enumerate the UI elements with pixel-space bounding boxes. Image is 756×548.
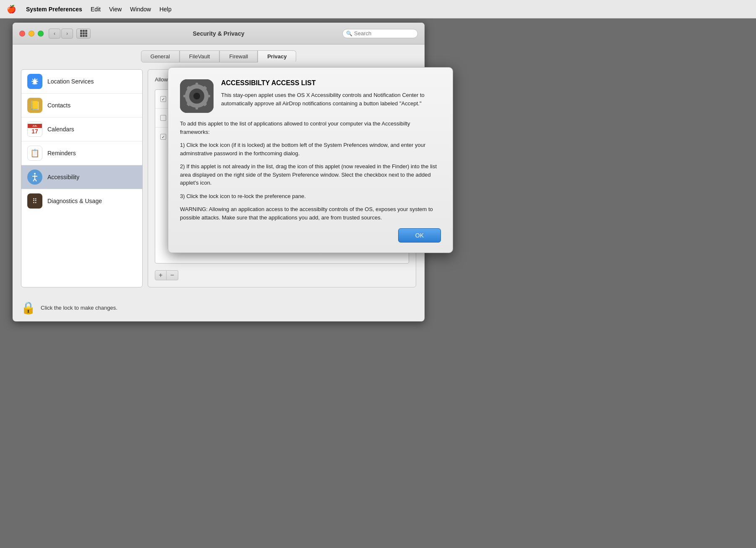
forward-button[interactable]: ›: [61, 29, 73, 39]
reminders-icon: 📋: [27, 146, 42, 161]
list-controls: + −: [155, 270, 409, 280]
dialog-paragraph-2: To add this applet to the list of applic…: [180, 120, 441, 136]
diagnostics-label: Diagnostics & Usage: [47, 198, 102, 204]
autoaccept-checkbox[interactable]: [160, 115, 166, 121]
back-button[interactable]: ‹: [49, 29, 60, 39]
sidebar: Location Services 📒 Contacts JUL 17 Cale…: [21, 69, 143, 287]
zoom-button[interactable]: [38, 31, 44, 37]
svg-rect-23: [183, 95, 188, 97]
menubar: 🍎 System Preferences Edit View Window He…: [0, 0, 756, 18]
reminders-label: Reminders: [47, 150, 76, 157]
lock-bar: 🔒 Click the lock to make changes.: [13, 296, 425, 321]
close-button[interactable]: [19, 31, 25, 37]
remove-app-button[interactable]: −: [167, 270, 178, 280]
location-services-label: Location Services: [47, 78, 94, 85]
ok-button[interactable]: OK: [398, 228, 441, 243]
calendars-label: Calendars: [47, 126, 74, 133]
sidebar-item-reminders[interactable]: 📋 Reminders: [21, 141, 142, 165]
calendars-icon: JUL 17: [27, 122, 42, 137]
dialog-paragraph-1: This stay-open applet uses the OS X Acce…: [221, 91, 441, 107]
accessibility-icon: [27, 170, 42, 185]
menu-edit[interactable]: Edit: [91, 6, 101, 13]
sidebar-item-location-services[interactable]: Location Services: [21, 70, 142, 94]
svg-point-1: [34, 173, 36, 175]
tab-bar: General FileVault Firewall Privacy: [13, 44, 425, 63]
contacts-icon: 📒: [27, 98, 42, 113]
traffic-lights: [19, 31, 44, 37]
accessibility-checkbox[interactable]: ✓: [160, 96, 166, 102]
svg-line-5: [35, 179, 36, 181]
svg-point-20: [193, 93, 200, 99]
sidebar-item-calendars[interactable]: JUL 17 Calendars: [21, 117, 142, 141]
search-box: 🔍 ✕: [342, 29, 418, 38]
apple-menu[interactable]: 🍎: [7, 5, 16, 14]
sidebar-item-contacts[interactable]: 📒 Contacts: [21, 94, 142, 117]
dialog-body-extended: To add this applet to the list of applic…: [180, 120, 441, 222]
menu-help[interactable]: Help: [159, 6, 172, 13]
minimize-button[interactable]: [29, 31, 34, 37]
svg-rect-21: [196, 83, 198, 88]
nav-buttons: ‹ ›: [49, 29, 73, 39]
location-services-icon: [27, 74, 42, 89]
scripteditor-checkbox[interactable]: ✓: [160, 134, 166, 140]
show-all-button[interactable]: [76, 29, 91, 39]
dialog-title: ACCESSIBILTY ACCESS LIST: [221, 79, 441, 87]
contacts-label: Contacts: [47, 102, 70, 109]
menu-view[interactable]: View: [109, 6, 122, 13]
dialog-paragraph-5: 3) Click the lock icon to re-lock the pr…: [180, 192, 441, 201]
lock-icon[interactable]: 🔒: [21, 301, 36, 315]
tab-general[interactable]: General: [141, 50, 180, 63]
search-container: 🔍 ✕: [342, 29, 418, 38]
dialog-footer: OK: [180, 228, 441, 243]
dialog-body: This stay-open applet uses the OS X Acce…: [221, 91, 441, 107]
svg-rect-24: [205, 95, 210, 97]
dialog-paragraph-4: 2) If this applet is not already in the …: [180, 162, 441, 187]
info-dialog: ACCESSIBILTY ACCESS LIST This stay-open …: [168, 67, 453, 253]
menu-window[interactable]: Window: [130, 6, 151, 13]
tab-privacy[interactable]: Privacy: [258, 50, 296, 63]
search-icon: 🔍: [346, 31, 352, 37]
sidebar-item-accessibility[interactable]: Accessibility: [21, 165, 142, 189]
lock-text: Click the lock to make changes.: [41, 305, 117, 311]
add-app-button[interactable]: +: [155, 270, 167, 280]
sidebar-item-diagnostics[interactable]: ⠿ Diagnostics & Usage: [21, 189, 142, 213]
window-title: Security & Privacy: [193, 30, 245, 37]
dialog-paragraph-3: 1) Click the lock icon (if it is locked)…: [180, 141, 441, 157]
menu-system-preferences[interactable]: System Preferences: [26, 6, 82, 13]
svg-rect-22: [196, 104, 198, 110]
title-bar: ‹ › Security & Privacy 🔍 ✕: [13, 23, 425, 44]
tab-filevault[interactable]: FileVault: [180, 50, 220, 63]
dialog-header: ACCESSIBILTY ACCESS LIST This stay-open …: [180, 79, 441, 113]
grid-icon: [80, 30, 87, 37]
dialog-paragraph-6: WARNING: Allowing an application access …: [180, 205, 441, 222]
dialog-title-area: ACCESSIBILTY ACCESS LIST This stay-open …: [221, 79, 441, 112]
dialog-app-icon: [180, 79, 214, 113]
tab-firewall[interactable]: Firewall: [219, 50, 258, 63]
accessibility-label: Accessibility: [47, 174, 79, 180]
diagnostics-icon: ⠿: [27, 193, 42, 209]
search-input[interactable]: [354, 30, 425, 37]
